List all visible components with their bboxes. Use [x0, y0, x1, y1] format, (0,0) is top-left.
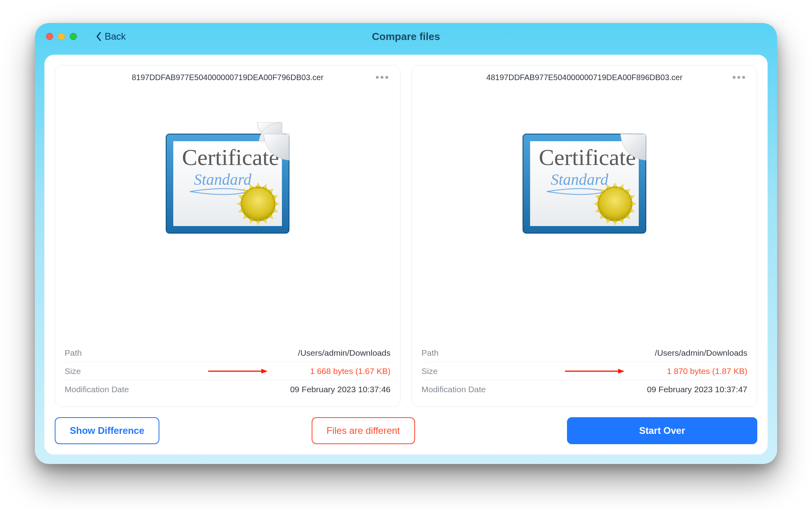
- more-options-button[interactable]: [730, 74, 747, 81]
- difference-arrow-icon: [208, 368, 268, 374]
- meta-size-row: Size 1 668 bytes (1.67 KB): [65, 362, 391, 380]
- file-card-header: 48197DDFAB977E504000000719DEA00F896DB03.…: [421, 65, 747, 89]
- viewport: Back Compare files 8197DDFAB977E50400000…: [0, 0, 812, 510]
- meta-path-row: Path /Users/admin/Downloads: [421, 344, 747, 362]
- meta-path-label: Path: [421, 348, 439, 358]
- svg-text:Standard: Standard: [194, 171, 252, 188]
- file-name: 48197DDFAB977E504000000719DEA00F896DB03.…: [421, 73, 747, 82]
- meta-size-value: 1 668 bytes (1.67 KB): [310, 366, 391, 376]
- content-area: 8197DDFAB977E504000000719DEA00F796DB03.c…: [44, 55, 768, 454]
- meta-path-value: /Users/admin/Downloads: [298, 348, 391, 358]
- actions-bar: Show Difference Files are different Star…: [55, 417, 757, 444]
- minimize-window-button[interactable]: [58, 33, 65, 40]
- meta-modified-row: Modification Date 09 February 2023 10:37…: [65, 380, 391, 399]
- show-difference-button[interactable]: Show Difference: [55, 417, 159, 444]
- meta-size-label: Size: [65, 366, 81, 376]
- chevron-left-icon: [96, 32, 102, 41]
- file-card-header: 8197DDFAB977E504000000719DEA00F796DB03.c…: [65, 65, 391, 89]
- svg-marker-24: [261, 369, 268, 374]
- certificate-file-icon: Certificate Standard: [162, 122, 293, 243]
- meta-path-row: Path /Users/admin/Downloads: [65, 344, 391, 362]
- file-cards-row: 8197DDFAB977E504000000719DEA00F796DB03.c…: [55, 65, 757, 407]
- difference-arrow-icon: [565, 368, 624, 374]
- svg-text:Certificate: Certificate: [539, 144, 636, 170]
- meta-size-value: 1 870 bytes (1.87 KB): [667, 366, 747, 376]
- close-window-button[interactable]: [46, 33, 53, 40]
- window-title: Compare files: [35, 31, 777, 43]
- certificate-file-icon: Certificate Standard: [519, 122, 650, 243]
- start-over-button[interactable]: Start Over: [567, 417, 757, 444]
- window-controls: [46, 33, 77, 40]
- file-name: 8197DDFAB977E504000000719DEA00F796DB03.c…: [65, 73, 391, 82]
- svg-text:Certificate: Certificate: [182, 144, 279, 170]
- meta-modified-value: 09 February 2023 10:37:47: [647, 385, 747, 394]
- meta-modified-value: 09 February 2023 10:37:46: [290, 385, 391, 394]
- svg-text:Standard: Standard: [551, 171, 609, 188]
- meta-modified-label: Modification Date: [421, 385, 486, 394]
- meta-size-label: Size: [421, 366, 438, 376]
- titlebar: Back Compare files: [35, 23, 777, 50]
- more-options-button[interactable]: [373, 74, 391, 81]
- meta-size-row: Size 1 870 bytes (1.87 KB): [421, 362, 747, 380]
- meta-path-value: /Users/admin/Downloads: [655, 348, 747, 358]
- file-card-right: 48197DDFAB977E504000000719DEA00F896DB03.…: [412, 65, 757, 407]
- maximize-window-button[interactable]: [70, 33, 77, 40]
- back-label: Back: [105, 31, 126, 42]
- back-button[interactable]: Back: [96, 31, 126, 42]
- file-meta: Path /Users/admin/Downloads Size 1 870 b…: [421, 344, 747, 399]
- app-window: Back Compare files 8197DDFAB977E50400000…: [35, 23, 777, 464]
- file-card-left: 8197DDFAB977E504000000719DEA00F796DB03.c…: [55, 65, 400, 407]
- file-meta: Path /Users/admin/Downloads Size 1 668 b…: [65, 344, 391, 399]
- meta-path-label: Path: [65, 348, 82, 358]
- compare-status-badge: Files are different: [312, 417, 415, 444]
- file-icon-area: Certificate Standard: [421, 89, 747, 276]
- meta-modified-row: Modification Date 09 February 2023 10:37…: [421, 380, 747, 399]
- file-icon-area: Certificate Standard: [65, 89, 391, 276]
- meta-modified-label: Modification Date: [65, 385, 129, 394]
- svg-marker-32: [618, 369, 624, 374]
